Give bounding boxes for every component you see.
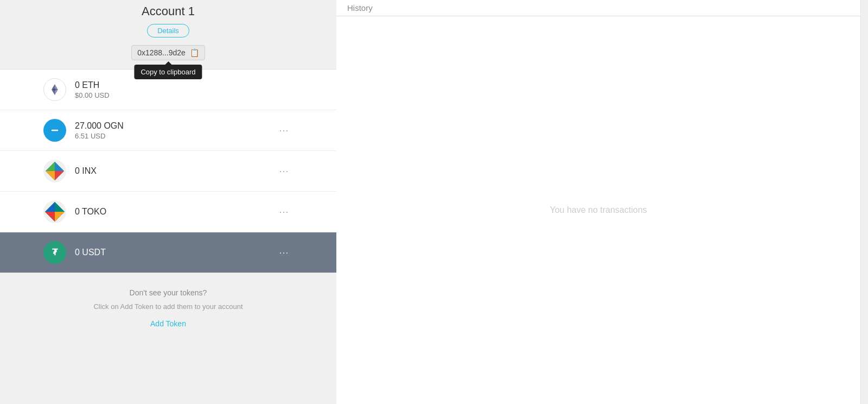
toko-amount: 0 TOKO [75, 207, 266, 217]
usdt-logo: ₮ [43, 241, 66, 264]
eth-usd: $0.00 USD [75, 91, 293, 99]
usdt-menu-icon[interactable]: ⋯ [275, 244, 293, 261]
eth-logo [43, 78, 66, 101]
ogn-token-info: 27.000 OGN 6.51 USD [75, 121, 266, 140]
no-transactions-message: You have no transactions [336, 16, 860, 404]
inx-amount: 0 INX [75, 166, 266, 176]
inx-menu-icon[interactable]: ⋯ [275, 163, 293, 179]
right-panel: History You have no transactions [336, 0, 860, 404]
ogn-menu-icon[interactable]: ⋯ [275, 122, 293, 138]
eth-token-info: 0 ETH $0.00 USD [75, 80, 293, 99]
token-list: 0 ETH $0.00 USD 27.000 OGN 6.51 USD ⋯ [0, 70, 336, 273]
dont-see-title: Don't see your tokens? [93, 288, 242, 297]
add-token-link[interactable]: Add Token [150, 319, 186, 328]
token-item-ogn[interactable]: 27.000 OGN 6.51 USD ⋯ [0, 110, 336, 151]
eth-amount: 0 ETH [75, 80, 293, 90]
left-panel: Account 1 Details 0x1288...9d2e 📋 Copy t… [0, 0, 336, 404]
copy-tooltip: Copy to clipboard [134, 65, 202, 79]
dont-see-section: Don't see your tokens? Click on Add Toke… [72, 288, 264, 329]
inx-logo [43, 160, 66, 182]
scrollbar[interactable] [860, 0, 868, 404]
usdt-amount: 0 USDT [75, 248, 266, 257]
details-button[interactable]: Details [147, 24, 189, 37]
address-text: 0x1288...9d2e [137, 48, 186, 57]
history-tab[interactable]: History [336, 0, 860, 16]
token-item-toko[interactable]: 0 TOKO ⋯ [0, 192, 336, 232]
address-row: 0x1288...9d2e 📋 Copy to clipboard [131, 45, 205, 60]
inx-token-info: 0 INX [75, 166, 266, 176]
token-item-usdt[interactable]: ₮ 0 USDT ⋯ [0, 232, 336, 273]
token-item-inx[interactable]: 0 INX ⋯ [0, 151, 336, 192]
dont-see-description: Click on Add Token to add them to your a… [93, 301, 242, 312]
usdt-token-info: 0 USDT [75, 248, 266, 257]
ogn-usd: 6.51 USD [75, 132, 266, 140]
toko-menu-icon[interactable]: ⋯ [275, 204, 293, 220]
toko-token-info: 0 TOKO [75, 207, 266, 217]
toko-logo [43, 200, 66, 223]
account-title: Account 1 [142, 4, 195, 18]
svg-text:₮: ₮ [52, 248, 58, 257]
copy-icon[interactable]: 📋 [190, 48, 199, 57]
ogn-amount: 27.000 OGN [75, 121, 266, 131]
ogn-logo [43, 119, 66, 142]
